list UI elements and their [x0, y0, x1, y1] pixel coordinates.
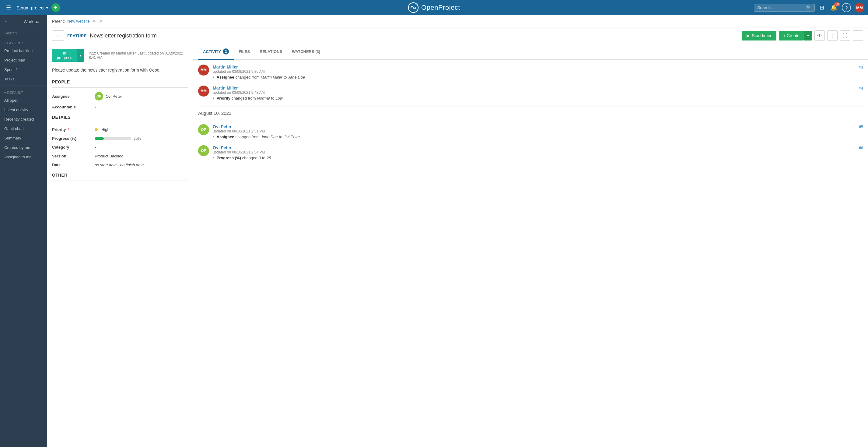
activity-user-6[interactable]: Ovi Peter: [213, 145, 231, 150]
sidebar-resize-handle[interactable]: [46, 15, 47, 447]
activity-change-5: Assignee changed from Jane Doe to Ovi Pe…: [213, 135, 863, 139]
fullscreen-button[interactable]: ⛶: [840, 30, 850, 41]
sidebar-search-input[interactable]: [4, 31, 47, 35]
sidebar-item-assigned-to-me[interactable]: Assigned to me: [0, 152, 47, 162]
project-name: Scrum project: [17, 5, 45, 10]
search-input[interactable]: [757, 5, 804, 10]
sidebar-item-latest-activity[interactable]: Latest activity: [0, 105, 47, 115]
watch-button[interactable]: 👁: [814, 30, 825, 41]
category-field: Category -: [52, 145, 188, 150]
activity-time-6: updated on 08/10/2021 2:54 PM: [213, 150, 265, 154]
create-button[interactable]: + Create: [779, 31, 804, 40]
activity-avatar-mm-4: MM: [198, 86, 209, 96]
project-selector[interactable]: Scrum project ▾: [17, 5, 49, 10]
category-value[interactable]: -: [95, 145, 96, 150]
sidebar-item-created-by-me[interactable]: Created by me: [0, 143, 47, 152]
search-icon: 🔍: [806, 5, 811, 10]
priority-dot-icon: [95, 128, 98, 131]
start-timer-button[interactable]: ▶ Start timer: [742, 31, 776, 40]
date-field: Date no start date - no finish date: [52, 162, 188, 167]
edit-parent-icon[interactable]: ✏: [93, 19, 96, 24]
sidebar-item-recently-created[interactable]: Recently created: [0, 115, 47, 124]
details-section-title: DETAILS: [52, 115, 188, 120]
activity-item-3: MM Martin Miller updated on 03/09/2021 9…: [198, 64, 863, 80]
progress-value[interactable]: 25%: [95, 137, 141, 141]
activity-change-4: Priority changed from Normal to Low: [213, 96, 863, 100]
activity-time-4: updated on 03/09/2021 9:43 AM: [213, 90, 265, 95]
sidebar-item-summary[interactable]: Summary: [0, 133, 47, 143]
activity-change-3: Assignee changed from Martin Miller to J…: [213, 75, 863, 80]
activity-avatar-mm-3: MM: [198, 64, 209, 76]
global-search[interactable]: 🔍: [754, 4, 815, 11]
activity-header-4: Martin Miller updated on 03/09/2021 9:43…: [213, 86, 863, 95]
assignee-field: Assignee OP Ovi Peter: [52, 92, 188, 100]
create-dropdown-button[interactable]: ▾: [804, 31, 812, 40]
workpackage-toolbar: ← FEATURE Newsletter registration form ▶…: [47, 27, 868, 44]
assignee-name: Ovi Peter: [105, 94, 122, 99]
status-dropdown-button[interactable]: ▾: [77, 49, 84, 62]
hamburger-menu[interactable]: ☰: [4, 3, 13, 12]
activity-body-4: Martin Miller updated on 03/09/2021 9:43…: [213, 86, 863, 100]
accountable-value[interactable]: -: [95, 105, 96, 109]
activity-user-5[interactable]: Ovi Peter: [213, 124, 231, 129]
user-avatar[interactable]: MM: [855, 3, 864, 12]
sidebar-search-area[interactable]: 🔍: [0, 28, 47, 38]
tab-relations[interactable]: RELATIONS: [255, 45, 287, 59]
date-label: Date: [52, 162, 95, 167]
sidebar-item-project-plan[interactable]: Project plan: [0, 55, 47, 65]
back-button[interactable]: ←: [52, 30, 64, 41]
sidebar-item-product-backlog[interactable]: Product backlog: [0, 46, 47, 55]
share-icon: ⇧: [831, 33, 835, 39]
sidebar-item-tasks[interactable]: Tasks: [0, 74, 47, 84]
app-logo: OpenProject: [408, 2, 460, 13]
activity-user-3[interactable]: Martin Miller: [213, 64, 238, 69]
close-parent-icon[interactable]: ✕: [99, 18, 102, 24]
progress-fill: [95, 137, 104, 140]
tab-watchers[interactable]: WATCHERS (3): [287, 45, 325, 59]
topnav-right-area: 🔍 ⊞ 🔔 59 ? MM: [754, 3, 864, 12]
sidebar-item-sprint1[interactable]: Sprint 1: [0, 65, 47, 74]
activity-time-5: updated on 08/10/2021 2:51 PM: [213, 129, 265, 133]
activity-num-3[interactable]: #3: [859, 65, 863, 69]
share-button[interactable]: ⇧: [827, 30, 838, 41]
workpackage-title: Newsletter registration form: [90, 33, 739, 39]
activity-header-6: Ovi Peter updated on 08/10/2021 2:54 PM …: [213, 145, 863, 154]
activity-num-5[interactable]: #5: [859, 124, 863, 129]
workpackage-body: In progress ▾ #22: Created by Martin Mil…: [47, 44, 868, 447]
activity-avatar-op-5: OP: [198, 124, 209, 135]
workpackage-details-panel: In progress ▾ #22: Created by Martin Mil…: [47, 44, 193, 447]
expand-icon: ⛶: [843, 33, 847, 38]
date-value[interactable]: no start date - no finish date: [95, 162, 144, 167]
activity-item-5: OP Ovi Peter updated on 08/10/2021 2:51 …: [198, 124, 863, 139]
people-section-title: PEOPLE: [52, 80, 188, 84]
grid-icon[interactable]: ⊞: [818, 3, 826, 12]
toolbar-actions: ▶ Start timer + Create ▾ 👁 ⇧ ⛶: [742, 30, 863, 41]
activity-user-4[interactable]: Martin Miller: [213, 86, 238, 90]
activity-change-6: Progress (%) changed 0 to 25: [213, 156, 863, 160]
priority-value[interactable]: High: [95, 127, 110, 132]
tab-files[interactable]: FILES: [234, 45, 255, 59]
favorite-chevron-icon: ▾: [4, 41, 6, 45]
parent-link[interactable]: New website: [67, 19, 90, 24]
activity-item-6: OP Ovi Peter updated on 08/10/2021 2:54 …: [198, 145, 863, 160]
sidebar-back-icon[interactable]: ←: [4, 19, 9, 24]
activity-num-6[interactable]: #6: [859, 146, 863, 150]
version-field: Version Product Backlog: [52, 154, 188, 158]
activity-time-3: updated on 03/09/2021 9:30 AM: [213, 69, 265, 74]
tab-activity[interactable]: ACTIVITY 2: [198, 44, 234, 60]
activity-num-4[interactable]: #4: [859, 86, 863, 90]
workpackage-activity-panel: ACTIVITY 2 FILES RELATIONS WATCHERS (3): [193, 44, 868, 447]
status-row: In progress ▾ #22: Created by Martin Mil…: [52, 49, 188, 62]
sidebar-header: ← Work pa...: [0, 15, 47, 28]
status-button[interactable]: In progress: [52, 49, 77, 62]
notifications-button[interactable]: 🔔 59: [829, 4, 838, 11]
version-label: Version: [52, 154, 95, 158]
add-button[interactable]: +: [52, 3, 60, 12]
help-button[interactable]: ?: [842, 3, 851, 12]
sidebar-item-gantt-chart[interactable]: Gantt chart: [0, 124, 47, 133]
sidebar-item-all-open[interactable]: All open: [0, 96, 47, 105]
more-options-button[interactable]: ⋮: [853, 30, 863, 41]
version-value[interactable]: Product Backlog: [95, 154, 124, 158]
assignee-value[interactable]: OP Ovi Peter: [95, 92, 122, 100]
eye-icon: 👁: [817, 33, 822, 38]
